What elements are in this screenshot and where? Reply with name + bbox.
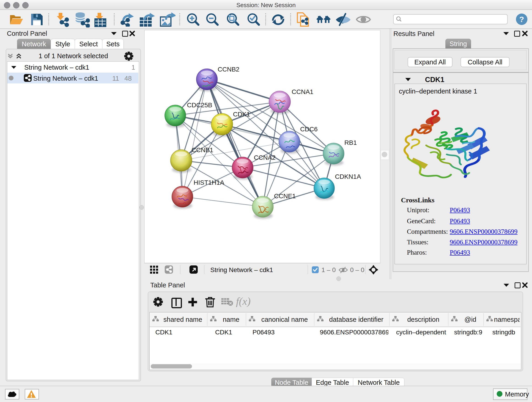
svg-text:CCNE1: CCNE1 bbox=[274, 192, 296, 200]
svg-text:HIST1H1A: HIST1H1A bbox=[194, 179, 224, 186]
svg-text:CCNA2: CCNA2 bbox=[254, 154, 276, 161]
svg-text:CCNB2: CCNB2 bbox=[218, 66, 239, 73]
svg-text:CDC25B: CDC25B bbox=[187, 102, 212, 109]
svg-text:CCNA1: CCNA1 bbox=[292, 88, 313, 95]
svg-text:CDK1: CDK1 bbox=[233, 111, 250, 118]
svg-text:CDC6: CDC6 bbox=[300, 126, 317, 133]
svg-text:CCNB1: CCNB1 bbox=[191, 147, 213, 153]
svg-text:RB1: RB1 bbox=[344, 139, 357, 146]
svg-text:CDKN1A: CDKN1A bbox=[335, 173, 361, 180]
